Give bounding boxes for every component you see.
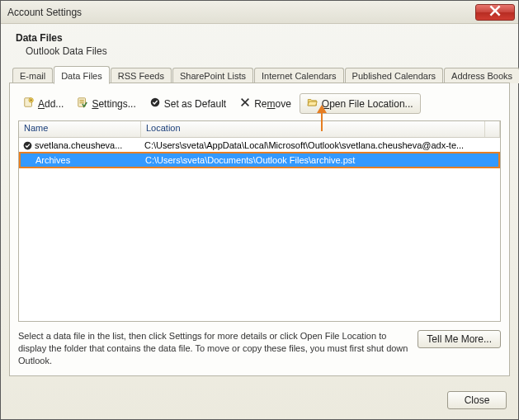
- toolbar: Add... Settings...: [18, 92, 501, 120]
- cell-name: Archives: [20, 154, 142, 166]
- tab-strip: E-mail Data Files RSS Feeds SharePoint L…: [9, 64, 510, 83]
- column-spacer: [485, 121, 500, 137]
- list-header: Name Location: [19, 121, 500, 138]
- tab-sharepoint-lists[interactable]: SharePoint Lists: [172, 68, 253, 83]
- tab-body: Add... Settings...: [9, 83, 510, 376]
- tab-rss-feeds[interactable]: RSS Feeds: [111, 68, 172, 83]
- open-file-location-button[interactable]: Open File Location...: [300, 93, 421, 114]
- data-files-list[interactable]: Name Location svetlan: [18, 120, 501, 322]
- tab-email[interactable]: E-mail: [12, 68, 53, 83]
- dialog-header: Data Files Outlook Data Files: [1, 24, 518, 64]
- add-button[interactable]: Add...: [18, 94, 68, 113]
- folder-open-icon: [307, 97, 318, 111]
- cell-location: C:\Users\sveta\AppData\Local\Microsoft\O…: [141, 139, 500, 151]
- default-indicator-icon: [22, 140, 33, 151]
- dialog-footer: Close: [1, 385, 518, 419]
- default-check-icon: [149, 97, 161, 111]
- window-close-button[interactable]: [475, 4, 515, 21]
- column-name[interactable]: Name: [19, 121, 141, 137]
- settings-button[interactable]: Settings...: [72, 94, 140, 113]
- header-subtitle: Outlook Data Files: [16, 45, 503, 57]
- titlebar: Account Settings: [1, 1, 518, 24]
- close-icon: [489, 5, 501, 19]
- hint-text: Select a data file in the list, then cli…: [18, 330, 411, 367]
- cell-location: C:\Users\sveta\Documents\Outlook Files\a…: [142, 154, 499, 166]
- account-settings-window: Account Settings Data Files Outlook Data…: [0, 0, 519, 420]
- tab-address-books[interactable]: Address Books: [444, 68, 519, 83]
- remove-icon: [239, 97, 251, 111]
- tab-published-calendars[interactable]: Published Calendars: [345, 68, 444, 83]
- close-button[interactable]: Close: [447, 391, 507, 409]
- header-title: Data Files: [16, 32, 503, 44]
- add-icon: [23, 97, 35, 111]
- window-title: Account Settings: [7, 7, 475, 18]
- column-location[interactable]: Location: [141, 121, 485, 137]
- cell-name: svetlana.cheusheva...: [19, 139, 141, 152]
- tab-panel: E-mail Data Files RSS Feeds SharePoint L…: [9, 64, 510, 376]
- remove-button[interactable]: Remove: [234, 94, 296, 113]
- tab-data-files[interactable]: Data Files: [54, 66, 110, 84]
- list-row[interactable]: svetlana.cheusheva... C:\Users\sveta\App…: [19, 138, 500, 153]
- list-body: svetlana.cheusheva... C:\Users\sveta\App…: [19, 138, 500, 321]
- tell-me-more-button[interactable]: Tell Me More...: [418, 330, 501, 348]
- footer-area: Select a data file in the list, then cli…: [18, 330, 501, 367]
- set-default-button[interactable]: Set as Default: [144, 94, 231, 113]
- list-row[interactable]: Archives C:\Users\sveta\Documents\Outloo…: [20, 153, 499, 168]
- tab-internet-calendars[interactable]: Internet Calendars: [254, 68, 344, 83]
- settings-icon: [77, 97, 88, 111]
